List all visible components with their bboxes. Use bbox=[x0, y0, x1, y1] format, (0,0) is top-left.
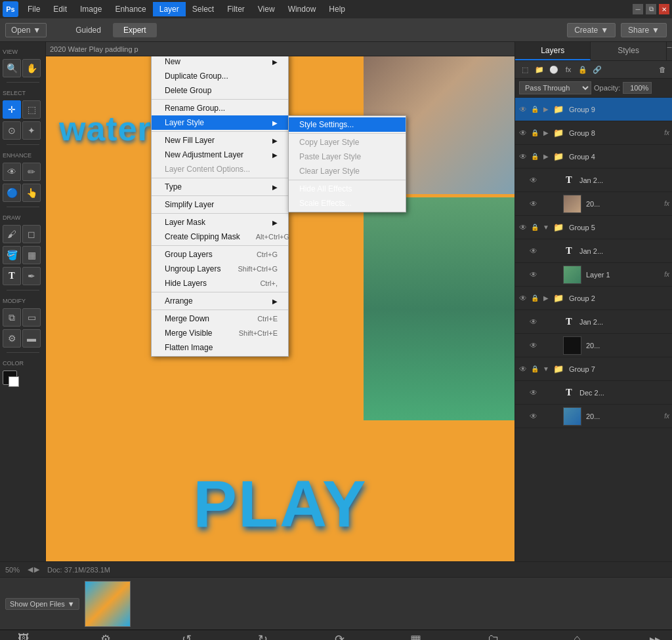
fx-icon[interactable]: fx bbox=[562, 64, 574, 75]
lasso-tool[interactable]: ⊙ bbox=[3, 121, 21, 140]
bottom-photo-bin[interactable]: 🖼 Photo Bin bbox=[5, 631, 41, 640]
layer-visibility-toggle[interactable]: 👁 bbox=[518, 151, 528, 162]
restore-button[interactable]: ⧉ bbox=[646, 4, 656, 14]
menu-simplify-layer[interactable]: Simplify Layer bbox=[152, 197, 288, 212]
tab-layers[interactable]: Layers bbox=[515, 42, 591, 60]
canvas-area[interactable]: 2020 Water Play paddling p water PLAY bbox=[46, 42, 514, 561]
layer-item-group2[interactable]: 👁 🔒 ▶ 📁 Group 2 bbox=[515, 287, 672, 310]
clone-tool[interactable]: 🔵 bbox=[3, 184, 21, 202]
layer-item-group4[interactable]: 👁 🔒 ▶ 📁 Group 4 bbox=[515, 145, 672, 169]
panel-collapse-icon[interactable]: − bbox=[667, 42, 672, 60]
layer-item-jan3[interactable]: 👁 T Jan 2... bbox=[515, 310, 672, 334]
layer-visibility-toggle[interactable]: 👁 bbox=[528, 246, 539, 256]
layer-item-group7[interactable]: 👁 🔒 ▼ 📁 Group 7 bbox=[515, 357, 672, 381]
bottom-tool-options[interactable]: ⚙ Tool Options bbox=[84, 631, 127, 641]
create-button[interactable]: Create ▼ bbox=[567, 23, 616, 37]
move-tool[interactable]: ✛ bbox=[3, 100, 21, 119]
menu-ungroup-layers[interactable]: Ungroup Layers Shift+Ctrl+G bbox=[152, 262, 288, 276]
layer-visibility-toggle[interactable]: 👁 bbox=[518, 128, 528, 138]
menu-duplicate-group[interactable]: Duplicate Group... bbox=[152, 69, 288, 83]
menu-create-clipping-mask[interactable]: Create Clipping Mask Alt+Ctrl+G bbox=[152, 230, 288, 244]
foreground-color[interactable] bbox=[3, 370, 17, 385]
eyedropper-tool[interactable]: 👁 bbox=[3, 163, 21, 181]
menu-edit[interactable]: Edit bbox=[47, 2, 74, 16]
crop-tool[interactable]: ⧉ bbox=[3, 308, 21, 327]
menu-hide-all-effects[interactable]: Hide All Effects bbox=[289, 182, 406, 196]
menu-window[interactable]: Window bbox=[282, 2, 323, 16]
open-button[interactable]: Open ▼ bbox=[5, 23, 47, 37]
photo-thumbnail[interactable] bbox=[85, 581, 131, 627]
tab-guided[interactable]: Guided bbox=[65, 23, 112, 37]
brush-tool[interactable]: 🖌 bbox=[3, 225, 21, 243]
menu-merge-down[interactable]: Merge Down Ctrl+E bbox=[152, 311, 288, 326]
more-button[interactable]: ▶▶ More bbox=[642, 634, 667, 640]
menu-style-settings[interactable]: Style Settings... bbox=[289, 117, 406, 132]
layer-item-jan2[interactable]: 👁 T Jan 2... bbox=[515, 239, 672, 263]
tab-expert[interactable]: Expert bbox=[113, 23, 157, 37]
menu-file[interactable]: File bbox=[21, 2, 47, 16]
gradient-tool[interactable]: ▦ bbox=[22, 246, 41, 264]
menu-paste-layer-style[interactable]: Paste Layer Style bbox=[289, 150, 406, 164]
bottom-redo[interactable]: ↻ Redo bbox=[246, 631, 280, 641]
layer-expand-icon[interactable]: ▼ bbox=[541, 365, 551, 374]
bottom-organizer[interactable]: 🗂 Organizer bbox=[475, 631, 512, 640]
transform-tool[interactable]: ⚙ bbox=[3, 329, 21, 348]
menu-layer-style[interactable]: Layer Style ▶ Style Settings... bbox=[152, 115, 288, 130]
healing-brush-tool[interactable]: ✏ bbox=[22, 163, 41, 181]
tab-styles[interactable]: Styles bbox=[591, 42, 666, 60]
layer-item-img3[interactable]: 👁 20... fx bbox=[515, 405, 672, 428]
layer-expand-icon[interactable]: ▼ bbox=[541, 223, 551, 232]
menu-new[interactable]: New ▶ bbox=[152, 56, 288, 69]
layer-expand-icon[interactable]: ▶ bbox=[541, 152, 551, 161]
layer-item-layer1[interactable]: 👁 Layer 1 fx bbox=[515, 263, 672, 287]
layer-visibility-toggle[interactable]: 👁 bbox=[528, 175, 539, 186]
bottom-rotate[interactable]: ⟳ Rotate bbox=[322, 631, 356, 641]
marquee-tool[interactable]: ⬚ bbox=[22, 100, 41, 119]
paint-bucket-tool[interactable]: 🪣 bbox=[3, 246, 21, 264]
menu-layer-content-options[interactable]: Layer Content Options... bbox=[152, 162, 288, 176]
layer-visibility-toggle[interactable]: 👁 bbox=[528, 411, 539, 422]
new-layer-icon[interactable]: ⬚ bbox=[519, 64, 531, 75]
menu-flatten-image[interactable]: Flatten Image bbox=[152, 340, 288, 355]
opacity-input[interactable] bbox=[623, 82, 652, 94]
share-button[interactable]: Share ▼ bbox=[621, 23, 667, 37]
menu-new-adjustment-layer[interactable]: New Adjustment Layer ▶ bbox=[152, 148, 288, 162]
layer-item-img2[interactable]: 👁 20... bbox=[515, 334, 672, 357]
menu-view[interactable]: View bbox=[251, 2, 282, 16]
bottom-home-screen[interactable]: ⌂ Home Screen bbox=[554, 631, 600, 640]
bottom-undo[interactable]: ↺ Undo bbox=[169, 631, 203, 641]
layer-visibility-toggle[interactable]: 👁 bbox=[528, 317, 539, 327]
link-icon[interactable]: 🔗 bbox=[591, 64, 603, 75]
menu-layer[interactable]: Layer bbox=[153, 2, 186, 16]
menu-scale-effects[interactable]: Scale Effects... bbox=[289, 196, 406, 210]
layer-item-jan1[interactable]: 👁 T Jan 2... bbox=[515, 169, 672, 192]
magic-wand-tool[interactable]: ✦ bbox=[22, 121, 41, 140]
menu-help[interactable]: Help bbox=[322, 2, 352, 16]
menu-layer-mask[interactable]: Layer Mask ▶ bbox=[152, 215, 288, 230]
menu-merge-visible[interactable]: Merge Visible Shift+Ctrl+E bbox=[152, 326, 288, 340]
layer-visibility-toggle[interactable]: 👁 bbox=[528, 388, 539, 398]
menu-arrange[interactable]: Arrange ▶ bbox=[152, 294, 288, 308]
menu-clear-layer-style[interactable]: Clear Layer Style bbox=[289, 164, 406, 178]
type-tool[interactable]: T bbox=[3, 267, 21, 285]
menu-rename-group[interactable]: Rename Group... bbox=[152, 101, 288, 115]
bottom-layout[interactable]: ▦ Layout bbox=[398, 631, 432, 641]
status-prev[interactable]: ◀ bbox=[28, 565, 33, 574]
minimize-button[interactable]: ─ bbox=[633, 4, 643, 14]
layer-item-dec[interactable]: 👁 T Dec 2... bbox=[515, 381, 672, 405]
eraser-tool[interactable]: ◻ bbox=[22, 225, 41, 243]
layer-expand-icon[interactable]: ▶ bbox=[541, 294, 551, 303]
shape-tool[interactable]: ▬ bbox=[22, 329, 41, 348]
pencil-tool[interactable]: ✒ bbox=[22, 267, 41, 285]
mask-icon[interactable]: ⚪ bbox=[548, 64, 560, 75]
recompose-tool[interactable]: ▭ bbox=[22, 308, 41, 327]
menu-image[interactable]: Image bbox=[74, 2, 108, 16]
menu-hide-layers[interactable]: Hide Layers Ctrl+, bbox=[152, 276, 288, 290]
menu-copy-layer-style[interactable]: Copy Layer Style bbox=[289, 135, 406, 150]
blend-mode-select[interactable]: Pass Through Normal Multiply Screen bbox=[519, 81, 591, 94]
layer-item-img1[interactable]: 👁 20... fx bbox=[515, 192, 672, 216]
layer-expand-icon[interactable]: ▶ bbox=[541, 129, 551, 138]
layer-item-group8[interactable]: 👁 🔒 ▶ 📁 Group 8 fx bbox=[515, 121, 672, 145]
menu-filter[interactable]: Filter bbox=[220, 2, 251, 16]
layer-visibility-toggle[interactable]: 👁 bbox=[528, 199, 539, 209]
